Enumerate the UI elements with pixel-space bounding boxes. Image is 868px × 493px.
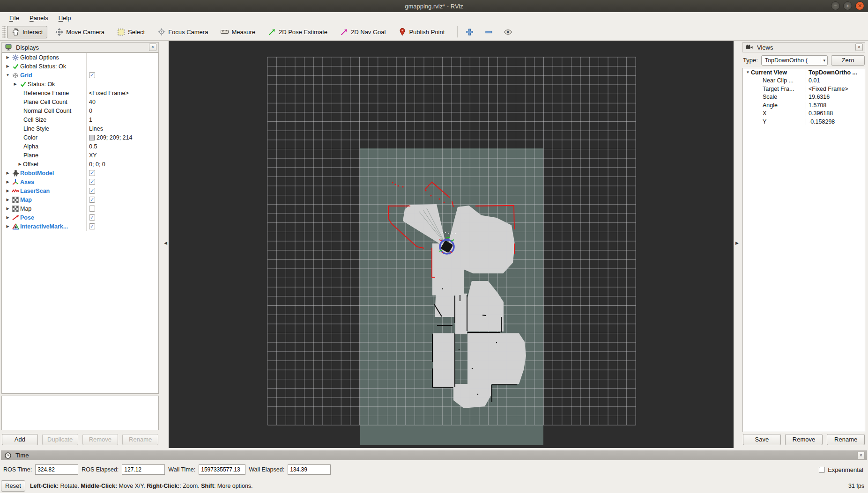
checkbox-checked[interactable]: ✓ — [89, 72, 95, 78]
rename-view-button[interactable]: Rename — [827, 434, 865, 445]
tree-row[interactable]: ▶Offset0; 0; 0 — [2, 160, 158, 169]
tree-row[interactable]: ▼Grid✓ — [2, 71, 158, 80]
tree-row-label: Normal Cell Count — [23, 108, 71, 114]
tree-row[interactable]: PlaneXY — [2, 151, 158, 160]
pin-icon — [398, 28, 406, 36]
tree-row-name: Line Style — [2, 124, 86, 133]
views-tree-row[interactable]: Angle1.5708 — [743, 101, 865, 110]
checkbox-checked[interactable]: ✓ — [89, 197, 95, 203]
expander-closed-icon[interactable]: ▶ — [5, 189, 11, 193]
add-button[interactable]: Add — [2, 434, 38, 445]
tree-row[interactable]: Cell Size1 — [2, 115, 158, 124]
expander-closed-icon[interactable]: ▶ — [12, 82, 18, 86]
checkbox-checked[interactable]: ✓ — [89, 170, 95, 176]
tree-row[interactable]: Line StyleLines — [2, 124, 158, 133]
tool-interact[interactable]: Interact — [7, 26, 47, 38]
expander-closed-icon[interactable]: ▶ — [5, 180, 11, 184]
expander-closed-icon[interactable]: ▶ — [5, 224, 11, 228]
tool-remove-tool[interactable] — [482, 26, 496, 38]
tool-move-camera[interactable]: Move Camera — [51, 26, 109, 38]
tool-measure[interactable]: Measure — [216, 26, 260, 38]
wall-time-input[interactable] — [199, 464, 245, 475]
zero-button[interactable]: Zero — [831, 55, 865, 66]
expander-closed-icon[interactable]: ▶ — [5, 55, 11, 59]
time-close-icon[interactable]: × — [857, 452, 865, 459]
checkbox-checked[interactable]: ✓ — [89, 223, 95, 229]
tree-row[interactable]: ▶Map — [2, 204, 158, 213]
tree-row[interactable]: Reference Frame<Fixed Frame> — [2, 88, 158, 97]
checkbox-checked[interactable]: ✓ — [89, 179, 95, 185]
tree-row[interactable]: ▶InteractiveMark...✓ — [2, 222, 158, 231]
ros-elapsed-input[interactable] — [122, 464, 165, 475]
menu-item-file[interactable]: File — [5, 14, 24, 22]
views-tree-row[interactable]: X0.396188 — [743, 110, 865, 118]
tree-row-label: Plane Cell Count — [23, 99, 67, 105]
views-tree-row[interactable]: Scale19.6316 — [743, 93, 865, 102]
expander-open-icon[interactable]: ▼ — [745, 70, 751, 74]
splitter-handle[interactable]: · · · · · · — [0, 392, 160, 395]
views-tree-row[interactable]: ▼Current ViewTopDownOrtho ... — [743, 68, 865, 77]
tree-row[interactable]: ▶RobotModel✓ — [2, 169, 158, 177]
tree-row[interactable]: ▶Status: Ok — [2, 80, 158, 88]
tool-visibility[interactable] — [501, 26, 515, 38]
close-icon[interactable]: ✕ — [855, 1, 864, 10]
tree-row[interactable]: ▶Pose✓ — [2, 213, 158, 222]
views-tree-row[interactable]: Target Fra...<Fixed Frame> — [743, 85, 865, 93]
expander-closed-icon[interactable]: ▶ — [5, 64, 11, 68]
tree-row[interactable]: ▶LaserScan✓ — [2, 186, 158, 195]
displays-close-icon[interactable]: × — [149, 44, 156, 51]
expander-closed-icon[interactable]: ▶ — [17, 162, 23, 166]
tool-nav-goal[interactable]: 2D Nav Goal — [335, 26, 390, 38]
expander-closed-icon[interactable]: ▶ — [5, 171, 11, 175]
views-tree-row[interactable]: Near Clip ...0.01 — [743, 77, 865, 85]
maximize-icon[interactable]: ▫ — [843, 1, 852, 10]
time-panel-header[interactable]: Time × — [1, 450, 867, 460]
focus-camera-icon — [157, 28, 165, 36]
checkbox-unchecked[interactable] — [89, 206, 95, 212]
tree-row[interactable]: Normal Cell Count0 — [2, 106, 158, 115]
menu-item-help[interactable]: Help — [54, 14, 76, 22]
checkbox-checked[interactable]: ✓ — [89, 214, 95, 221]
ros-time-input[interactable] — [35, 464, 78, 475]
expander-closed-icon[interactable]: ▶ — [5, 206, 11, 211]
tree-row[interactable]: ▶Map✓ — [2, 195, 158, 204]
views-tree-row[interactable]: Y-0.158298 — [743, 118, 865, 126]
tool-publish-point[interactable]: Publish Point — [393, 26, 449, 38]
tree-row-name: ▼Grid — [2, 71, 86, 80]
tree-row[interactable]: ▶Global Status: Ok — [2, 62, 158, 71]
tree-row[interactable]: ▶Axes✓ — [2, 177, 158, 186]
tool-select[interactable]: Select — [112, 26, 149, 38]
reset-button[interactable]: Reset — [1, 480, 25, 492]
views-panel-header[interactable]: Views × — [742, 42, 865, 52]
wall-elapsed-input[interactable] — [288, 464, 331, 475]
minimize-icon[interactable]: − — [831, 1, 840, 10]
tree-row[interactable]: Plane Cell Count40 — [2, 97, 158, 106]
expander-closed-icon[interactable]: ▶ — [5, 198, 11, 202]
tool-add-tool[interactable] — [462, 26, 477, 38]
tree-row[interactable]: ▶Global Options — [2, 53, 158, 62]
tree-row-value-text: 0 — [89, 108, 92, 114]
tool-focus-camera[interactable]: Focus Camera — [153, 26, 213, 38]
left-splitter-arrow-icon[interactable]: ◀ — [164, 241, 167, 245]
displays-panel-header[interactable]: Displays × — [1, 42, 159, 52]
right-splitter-arrow-icon[interactable]: ▶ — [735, 241, 739, 245]
save-view-button[interactable]: Save — [743, 434, 781, 445]
expander-closed-icon[interactable]: ▶ — [5, 215, 11, 220]
color-swatch[interactable] — [89, 135, 95, 140]
expander-open-icon[interactable]: ▼ — [5, 73, 11, 77]
tree-row[interactable]: Alpha0.5 — [2, 142, 158, 151]
views-close-icon[interactable]: × — [855, 44, 863, 51]
menu-item-panels[interactable]: Panels — [25, 14, 53, 22]
checkbox-unchecked[interactable] — [819, 467, 825, 473]
tree-row-value: ✓ — [86, 195, 158, 204]
toolbar-grip[interactable] — [2, 26, 6, 38]
tree-row[interactable]: Color209; 209; 214 — [2, 133, 158, 142]
view-type-combobox[interactable]: TopDownOrtho ( ▾ — [761, 55, 828, 66]
views-row-value: 0.396188 — [806, 110, 865, 117]
3d-viewport[interactable] — [169, 41, 734, 448]
checkbox-checked[interactable]: ✓ — [89, 188, 95, 194]
views-row-label: X — [763, 110, 766, 117]
views-panel-title: Views — [757, 44, 773, 51]
remove-view-button[interactable]: Remove — [785, 434, 823, 445]
tool-pose-estimate[interactable]: 2D Pose Estimate — [263, 26, 332, 38]
